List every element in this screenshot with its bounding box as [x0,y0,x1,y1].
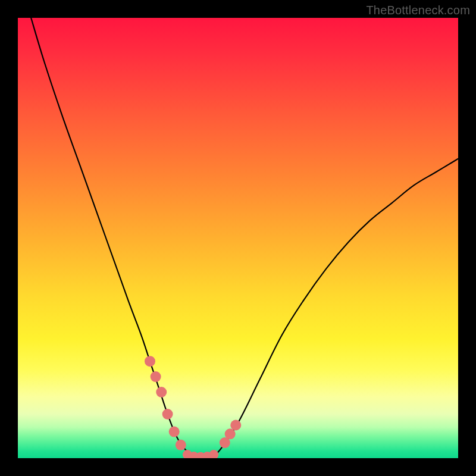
highlight-markers [145,356,241,458]
chart-frame: TheBottleneck.com [0,0,476,476]
marker-dot [225,428,236,439]
bottleneck-curve [31,18,458,458]
marker-dot [169,427,180,437]
marker-dot [209,450,218,458]
marker-dot [156,387,167,397]
marker-dot [230,420,241,431]
marker-dot [145,356,155,367]
bottleneck-curve-svg [18,18,458,458]
plot-area [18,18,458,458]
marker-dot [151,371,161,382]
curve-path-group [31,18,458,458]
watermark-text: TheBottleneck.com [366,4,470,17]
marker-dot [176,440,186,450]
marker-dot [162,409,173,419]
